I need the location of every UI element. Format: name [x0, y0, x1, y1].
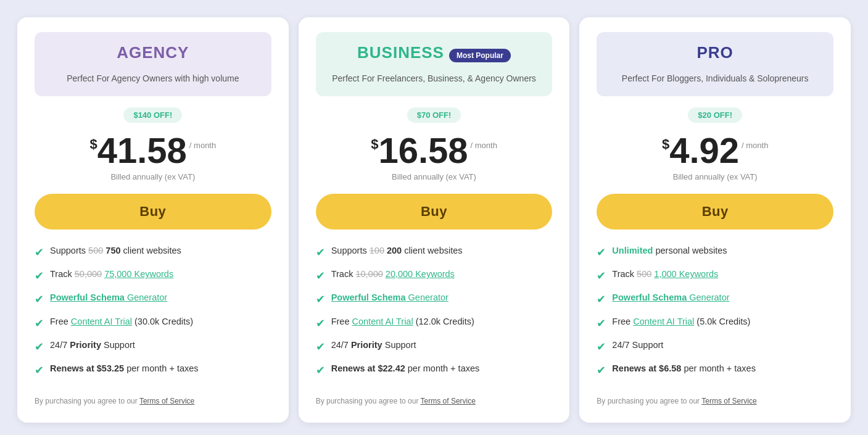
feature-item: ✔ Renews at $53.25 per month + taxes	[35, 362, 271, 378]
price-per-month-agency: / month	[189, 141, 216, 149]
check-icon: ✔	[316, 316, 325, 331]
feature-item: ✔ Powerful Schema Generator	[316, 291, 553, 307]
feature-text: Free Content AI Trial (30.0k Credits)	[50, 315, 193, 328]
price-dollar-pro: $	[662, 138, 669, 151]
discount-badge-agency: $140 OFF!	[123, 107, 182, 123]
plan-name-business: BUSINESS	[357, 43, 444, 62]
feature-item: ✔ Powerful Schema Generator	[597, 291, 833, 307]
feature-item: ✔ Track 500 1,000 Keywords	[597, 268, 833, 284]
feature-text: Powerful Schema Generator	[331, 291, 448, 304]
terms-pro: By purchasing you agree to our Terms of …	[597, 397, 833, 405]
feature-text: Unlimited personal websites	[612, 244, 727, 257]
plan-tagline-business: Perfect For Freelancers, Business, & Age…	[328, 72, 540, 85]
check-icon: ✔	[35, 292, 44, 307]
plan-card-agency: AGENCYPerfect For Agency Owners with hig…	[17, 17, 289, 423]
feature-item: ✔ 24/7 Support	[597, 339, 833, 355]
check-icon: ✔	[316, 339, 325, 355]
check-icon: ✔	[316, 245, 325, 260]
buy-button-pro[interactable]: Buy	[597, 194, 833, 230]
plan-header-business: BUSINESSMost PopularPerfect For Freelanc…	[316, 32, 553, 96]
price-section-agency: $ 41.58 / month Billed annually (ex VAT)	[35, 133, 271, 181]
feature-item: ✔ Free Content AI Trial (30.0k Credits)	[35, 315, 271, 331]
terms-agency: By purchasing you agree to our Terms of …	[35, 397, 271, 405]
check-icon: ✔	[316, 363, 325, 378]
feature-text: Supports 500 750 client websites	[50, 244, 181, 257]
price-dollar-business: $	[371, 138, 378, 151]
buy-button-business[interactable]: Buy	[316, 194, 553, 230]
feature-text: Supports 100 200 client websites	[331, 244, 463, 257]
feature-text: 24/7 Priority Support	[331, 339, 416, 351]
feature-item: ✔ 24/7 Priority Support	[35, 339, 271, 355]
price-dollar-agency: $	[89, 138, 97, 151]
feature-item: ✔ 24/7 Priority Support	[316, 339, 553, 355]
check-icon: ✔	[35, 363, 44, 378]
price-amount-agency: 41.58	[97, 133, 187, 168]
plan-name-agency: AGENCY	[117, 43, 189, 62]
plan-header-pro: PROPerfect For Bloggers, Individuals & S…	[597, 32, 833, 96]
feature-text: Free Content AI Trial (5.0k Credits)	[612, 315, 750, 328]
plan-header-agency: AGENCYPerfect For Agency Owners with hig…	[35, 32, 271, 96]
feature-item: ✔ Free Content AI Trial (12.0k Credits)	[316, 315, 553, 331]
check-icon: ✔	[597, 339, 606, 355]
check-icon: ✔	[597, 245, 606, 260]
plan-name-pro: PRO	[697, 43, 734, 62]
check-icon: ✔	[597, 268, 606, 284]
discount-badge-pro: $20 OFF!	[688, 107, 742, 123]
feature-item: ✔ Track 50,000 75,000 Keywords	[35, 268, 271, 284]
price-amount-pro: 4.92	[669, 133, 739, 168]
plan-tagline-pro: Perfect For Bloggers, Individuals & Solo…	[609, 72, 821, 85]
price-section-business: $ 16.58 / month Billed annually (ex VAT)	[316, 133, 553, 181]
check-icon: ✔	[316, 268, 325, 284]
discount-badge-business: $70 OFF!	[407, 107, 461, 123]
terms-link-pro[interactable]: Terms of Service	[701, 397, 756, 405]
feature-text: Track 500 1,000 Keywords	[612, 268, 718, 280]
plan-card-pro: PROPerfect For Bloggers, Individuals & S…	[579, 17, 851, 423]
price-billed-business: Billed annually (ex VAT)	[316, 172, 553, 181]
feature-item: ✔ Free Content AI Trial (5.0k Credits)	[597, 315, 833, 331]
features-list-agency: ✔ Supports 500 750 client websites ✔ Tra…	[35, 244, 271, 386]
feature-text: Renews at $22.42 per month + taxes	[331, 362, 480, 375]
feature-item: ✔ Renews at $22.42 per month + taxes	[316, 362, 553, 378]
feature-item: ✔ Powerful Schema Generator	[35, 291, 271, 307]
check-icon: ✔	[597, 363, 606, 378]
feature-text: Track 50,000 75,000 Keywords	[50, 268, 173, 280]
terms-link-business[interactable]: Terms of Service	[421, 397, 476, 405]
check-icon: ✔	[35, 316, 44, 331]
features-list-pro: ✔ Unlimited personal websites ✔ Track 50…	[597, 244, 833, 386]
most-popular-badge: Most Popular	[449, 49, 511, 62]
feature-text: 24/7 Support	[612, 339, 663, 351]
check-icon: ✔	[316, 292, 325, 307]
feature-text: Renews at $53.25 per month + taxes	[50, 362, 199, 375]
check-icon: ✔	[597, 292, 606, 307]
feature-item: ✔ Supports 500 750 client websites	[35, 244, 271, 260]
terms-business: By purchasing you agree to our Terms of …	[316, 397, 553, 405]
price-per-month-business: / month	[471, 141, 497, 149]
check-icon: ✔	[35, 339, 44, 355]
price-billed-agency: Billed annually (ex VAT)	[35, 172, 271, 181]
feature-item: ✔ Unlimited personal websites	[597, 244, 833, 260]
features-list-business: ✔ Supports 100 200 client websites ✔ Tra…	[316, 244, 553, 386]
feature-text: Powerful Schema Generator	[612, 291, 729, 304]
feature-item: ✔ Renews at $6.58 per month + taxes	[597, 362, 833, 378]
price-billed-pro: Billed annually (ex VAT)	[597, 172, 833, 181]
check-icon: ✔	[35, 245, 44, 260]
plan-tagline-agency: Perfect For Agency Owners with high volu…	[47, 72, 259, 85]
feature-item: ✔ Track 10,000 20,000 Keywords	[316, 268, 553, 284]
price-section-pro: $ 4.92 / month Billed annually (ex VAT)	[597, 133, 833, 181]
terms-link-agency[interactable]: Terms of Service	[139, 397, 194, 405]
check-icon: ✔	[597, 316, 606, 331]
buy-button-agency[interactable]: Buy	[35, 194, 271, 230]
feature-text: Renews at $6.58 per month + taxes	[612, 362, 756, 375]
check-icon: ✔	[35, 268, 44, 284]
feature-item: ✔ Supports 100 200 client websites	[316, 244, 553, 260]
price-amount-business: 16.58	[378, 133, 468, 168]
feature-text: Powerful Schema Generator	[50, 291, 167, 304]
feature-text: Track 10,000 20,000 Keywords	[331, 268, 455, 280]
feature-text: Free Content AI Trial (12.0k Credits)	[331, 315, 474, 328]
price-per-month-pro: / month	[742, 141, 768, 149]
plan-card-business: BUSINESSMost PopularPerfect For Freelanc…	[299, 17, 570, 423]
pricing-container: AGENCYPerfect For Agency Owners with hig…	[12, 12, 856, 428]
feature-text: 24/7 Priority Support	[50, 339, 135, 351]
